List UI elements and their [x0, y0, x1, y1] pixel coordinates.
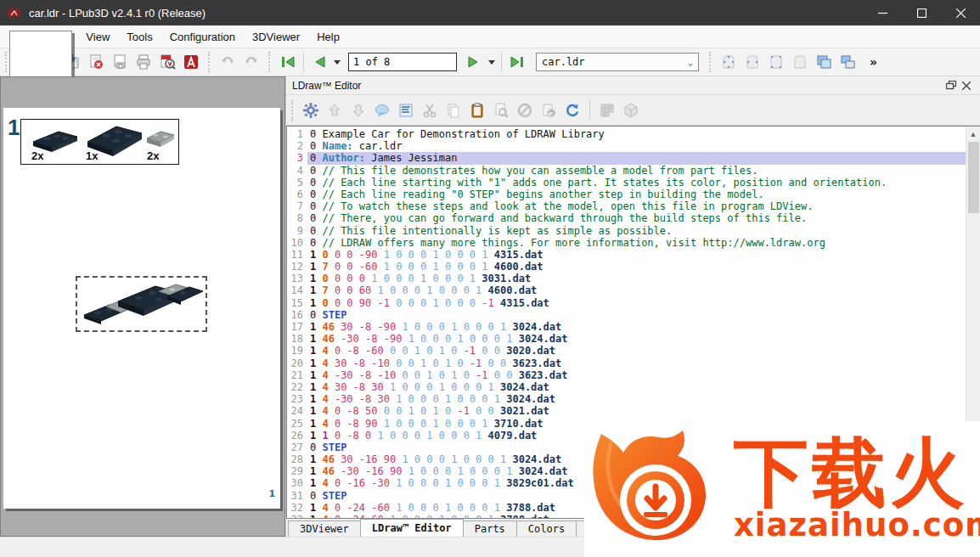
refresh-button[interactable] — [560, 98, 584, 122]
editor-line-14[interactable]: 141 7 0 0 60 1 0 0 0 1 0 0 0 1 4600.dat — [287, 284, 966, 296]
export-pdf-button[interactable] — [179, 50, 203, 74]
next-page-dropdown[interactable] — [486, 50, 498, 74]
3d-preview-button[interactable] — [619, 98, 643, 122]
line-content: 1 46 30 -8 -90 1 0 0 0 1 0 0 0 1 3024.da… — [307, 321, 966, 333]
pdf-preview-button[interactable] — [155, 50, 179, 74]
step-number[interactable]: 1 — [8, 115, 20, 141]
dock-header: LDraw™ Editor — [286, 76, 980, 94]
toolbar-drag-handle[interactable] — [291, 100, 296, 121]
undo-button[interactable] — [216, 50, 239, 74]
previous-page-button[interactable] — [307, 50, 331, 74]
float-dock-icon[interactable] — [943, 79, 959, 93]
editor-line-7[interactable]: 70 // To watch these steps and look at t… — [287, 200, 966, 212]
parts-list-box[interactable]: 2x 1x 2x — [20, 119, 179, 165]
line-content: 0 // This file demonstrates how you can … — [307, 165, 966, 177]
menu-view[interactable]: View — [77, 27, 118, 47]
toolbar-overflow-button[interactable]: » — [865, 53, 882, 70]
last-page-button[interactable] — [505, 50, 529, 74]
editor-line-9[interactable]: 90 // This file intentionally is kept as… — [287, 225, 966, 237]
first-page-button[interactable] — [276, 50, 300, 74]
menu-help[interactable]: Help — [308, 27, 348, 47]
page-preview-panel[interactable]: 1 — [0, 76, 285, 537]
editor-line-6[interactable]: 60 // Each line reading "0 STEP" begins … — [287, 188, 966, 200]
line-number: 12 — [287, 261, 307, 273]
line-number: 25 — [287, 418, 307, 430]
editor-line-20[interactable]: 201 4 30 -8 -10 0 0 1 0 1 0 -1 0 0 3623.… — [287, 357, 966, 369]
scroll-up-icon[interactable]: ▲ — [966, 127, 980, 141]
editor-line-12[interactable]: 121 7 0 0 -60 1 0 0 0 1 0 0 0 1 4600.dat — [287, 261, 966, 273]
tile-windows-button[interactable] — [836, 50, 859, 74]
toolbar-drag-handle[interactable] — [268, 52, 273, 72]
cascade-windows-button[interactable] — [812, 50, 836, 74]
paste-button[interactable] — [465, 98, 489, 122]
editor-line-21[interactable]: 211 4 -30 -8 -10 0 0 1 0 1 0 -1 0 0 3623… — [287, 369, 966, 381]
full-page-button[interactable] — [788, 50, 812, 74]
toolbar-drag-handle[interactable] — [709, 52, 713, 72]
editor-line-10[interactable]: 100 // LDRAW offers many more things. Fo… — [287, 237, 966, 249]
editor-line-15[interactable]: 151 0 0 0 90 -1 0 0 0 1 0 0 0 -1 4315.da… — [287, 297, 966, 309]
preferences-gear-button[interactable] — [299, 98, 323, 122]
instruction-page[interactable]: 1 — [3, 108, 280, 509]
tab-colors[interactable]: Colors — [516, 520, 577, 537]
editor-line-16[interactable]: 160 STEP — [287, 309, 966, 321]
print-button[interactable] — [132, 50, 155, 74]
editor-line-11[interactable]: 111 0 0 0 -90 1 0 0 0 1 0 0 0 1 4315.dat — [287, 249, 966, 261]
editor-line-2[interactable]: 20 Name: car.ldr — [287, 140, 966, 152]
add-comment-button[interactable] — [370, 98, 394, 122]
editor-line-17[interactable]: 171 46 30 -8 -90 1 0 0 0 1 0 0 0 1 3024.… — [287, 321, 966, 333]
previous-page-dropdown[interactable] — [331, 50, 343, 74]
line-content: 1 4 -30 -8 -10 0 0 1 0 1 0 -1 0 0 3623.d… — [307, 369, 966, 381]
tab-parts[interactable]: Parts — [463, 520, 517, 537]
fit-width-button[interactable] — [741, 50, 764, 74]
editor-line-1[interactable]: 10 Example Car for Demonstration of LDRA… — [287, 128, 966, 140]
line-number: 30 — [287, 477, 307, 489]
model-select-combo[interactable]: car.ldr⌄ — [536, 53, 699, 71]
line-number: 2 — [287, 140, 307, 152]
redo-button[interactable] — [239, 50, 263, 74]
cut-button[interactable] — [418, 98, 442, 122]
close-button[interactable] — [941, 0, 980, 25]
toolbar-drag-handle[interactable] — [208, 52, 212, 72]
menu-tools[interactable]: Tools — [118, 27, 161, 47]
maximize-button[interactable] — [902, 0, 941, 25]
page-number[interactable]: 1 — [269, 488, 274, 498]
update-button[interactable] — [537, 98, 560, 122]
move-line-down-button[interactable] — [346, 98, 370, 122]
editor-line-18[interactable]: 181 46 -30 -8 -90 1 0 0 0 1 0 0 0 1 3024… — [287, 333, 966, 345]
menu-3dviewer[interactable]: 3DViewer — [244, 27, 308, 47]
editor-line-22[interactable]: 221 4 30 -8 30 1 0 0 0 1 0 0 0 1 3024.da… — [287, 381, 966, 393]
line-number: 24 — [287, 405, 307, 417]
close-dock-icon[interactable] — [959, 79, 974, 93]
copy-button[interactable] — [442, 98, 465, 122]
minimize-button[interactable] — [863, 0, 902, 25]
find-button[interactable] — [489, 98, 513, 122]
editor-line-13[interactable]: 131 0 0 0 0 1 0 0 0 1 0 0 0 1 3031.dat — [287, 273, 966, 284]
editor-line-5[interactable]: 50 // Each line starting with "1" adds o… — [287, 177, 966, 188]
editor-line-23[interactable]: 231 4 -30 -8 30 1 0 0 0 1 0 0 0 1 3024.d… — [287, 393, 966, 405]
menu-configuration[interactable]: Configuration — [161, 27, 244, 47]
editor-line-4[interactable]: 40 // This file demonstrates how you can… — [287, 165, 966, 177]
page-indicator-input[interactable] — [348, 53, 457, 71]
line-number: 1 — [287, 128, 307, 140]
line-content: 1 46 -30 -8 -90 1 0 0 0 1 0 0 0 1 3024.d… — [307, 333, 966, 345]
tab-3dviewer[interactable]: 3DViewer — [288, 520, 361, 537]
cancel-button[interactable] — [513, 98, 537, 122]
edit-header-button[interactable] — [394, 98, 418, 122]
line-number: 4 — [287, 165, 307, 177]
editor-line-24[interactable]: 241 4 0 -8 50 0 0 1 0 1 0 -1 0 0 3021.da… — [287, 405, 966, 417]
print-preview-button[interactable] — [108, 50, 132, 74]
move-line-up-button[interactable] — [323, 98, 346, 122]
fit-scene-button[interactable] — [764, 50, 788, 74]
line-number: 15 — [287, 297, 307, 309]
pli-count: 1x — [86, 149, 98, 162]
fit-visible-button[interactable] — [717, 50, 741, 74]
scrollbar-thumb[interactable] — [968, 142, 979, 213]
tab-ldraw-editor[interactable]: LDraw™ Editor — [360, 519, 464, 537]
editor-line-3[interactable]: 30 Author: James Jessiman — [287, 152, 966, 164]
part-lookup-button[interactable] — [595, 98, 619, 122]
assembly-preview[interactable] — [76, 276, 207, 332]
editor-line-8[interactable]: 80 // There, you can go forward and back… — [287, 212, 966, 224]
next-page-button[interactable] — [462, 50, 486, 74]
editor-line-19[interactable]: 191 4 0 -8 -60 0 0 1 0 1 0 -1 0 0 3020.d… — [287, 345, 966, 357]
close-file-button[interactable] — [84, 50, 108, 74]
